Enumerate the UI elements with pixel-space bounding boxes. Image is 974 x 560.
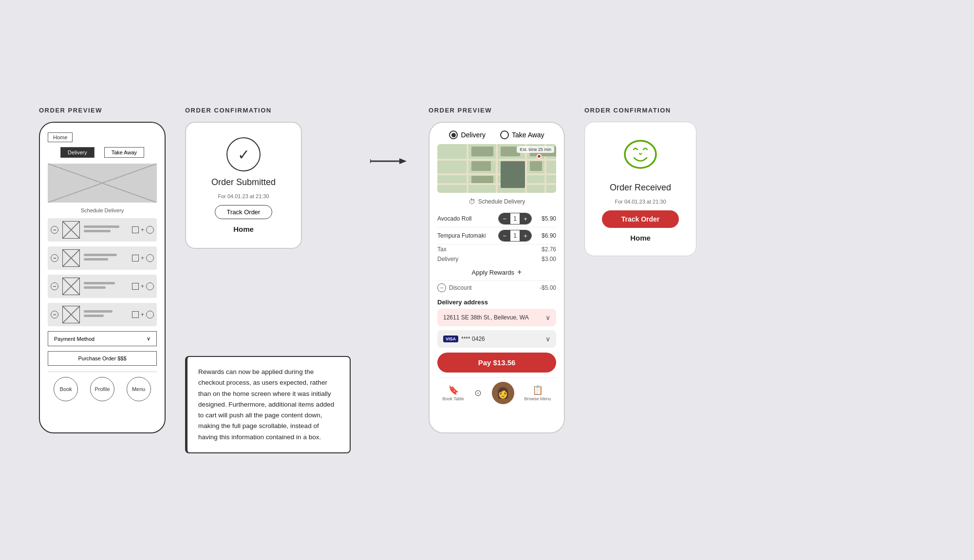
arrow-indicator	[370, 155, 409, 167]
avocado-price: $5.90	[537, 215, 556, 222]
delivery-label: Delivery	[461, 131, 486, 139]
svg-marker-2	[399, 158, 407, 164]
schedule-delivery-label: Schedule Delivery	[478, 198, 525, 205]
wire-circle-2	[146, 254, 154, 262]
right-order-preview-label: ORDER PREVIEW	[429, 107, 565, 114]
pay-button[interactable]: Pay $13.56	[437, 353, 556, 373]
wire-minus-3[interactable]: −	[51, 282, 58, 290]
avocado-qty-control[interactable]: − 1 +	[498, 213, 532, 224]
avocado-qty-num: 1	[510, 215, 520, 222]
delivery-fee-row: Delivery $3.00	[437, 254, 556, 264]
map-est-time: Est. time 25 min	[517, 146, 554, 153]
delivery-address-label: Delivery address	[437, 299, 556, 306]
tax-row: Tax $2.76	[437, 244, 556, 254]
avatar-person-icon: 👩	[496, 387, 509, 399]
wire-qty-box-1	[132, 226, 139, 233]
avocado-minus-btn[interactable]: −	[499, 213, 510, 224]
wire-nav-book[interactable]: Book	[54, 377, 78, 401]
wire-minus-2[interactable]: −	[51, 254, 58, 262]
rewards-row[interactable]: Apply Rewards +	[437, 264, 556, 281]
nav-book-table[interactable]: 🔖 Book Table	[442, 385, 464, 401]
wire-payment-label: Payment Method	[54, 336, 94, 342]
wire-item-3: − +	[48, 275, 157, 298]
tempura-qty-control[interactable]: − 1 +	[498, 230, 532, 242]
real-conf-subtitle: For 04.01.23 at 21:30	[615, 199, 666, 205]
right-phone-real: Delivery Take Away	[429, 122, 565, 433]
wire-minus-4[interactable]: −	[51, 311, 58, 318]
card-number: **** 0426	[461, 336, 485, 342]
nav-browse-label: Browse Menu	[524, 396, 551, 401]
delivery-radio-option[interactable]: Delivery	[449, 131, 486, 139]
wire-item-img-1	[62, 221, 80, 239]
wire-nav-profile[interactable]: Profile	[90, 377, 114, 401]
takeaway-radio-dot	[500, 131, 509, 139]
nav-avatar[interactable]: 👩	[492, 382, 514, 404]
wire-item-4: − +	[48, 303, 157, 326]
delivery-fee-price: $3.00	[542, 256, 556, 262]
tempura-name: Tempura Futomaki	[437, 232, 493, 239]
tempura-price: $6.90	[537, 232, 556, 239]
payment-chevron-icon: ∨	[545, 335, 550, 343]
discount-label: Discount	[449, 284, 472, 291]
wire-payment-dropdown[interactable]: Payment Method ∨	[48, 331, 157, 346]
tempura-qty-num: 1	[510, 232, 520, 239]
wire-item-2: − +	[48, 246, 157, 270]
delivery-fee-label: Delivery	[437, 256, 458, 262]
conf-date-subtitle: For 04.01.23 at 21:30	[218, 193, 269, 199]
wire-takeaway-tab[interactable]: Take Away	[104, 147, 144, 158]
wire-qty-box-2	[132, 255, 139, 261]
wire-image-placeholder	[48, 164, 157, 203]
left-conf-label: ORDER CONFIRMATION	[185, 107, 351, 114]
order-item-tempura: Tempura Futomaki − 1 + $6.90	[437, 227, 556, 244]
wire-purchase-button[interactable]: Purchase Order $$$	[48, 351, 157, 366]
nav-browse-menu[interactable]: 📋 Browse Menu	[524, 385, 551, 401]
wire-plus-3[interactable]: +	[141, 283, 144, 290]
wire-schedule-label: Schedule Delivery	[48, 207, 157, 213]
right-confirmation-card: Order Received For 04.01.23 at 21:30 Tra…	[584, 122, 696, 256]
wire-delivery-tab[interactable]: Delivery	[60, 147, 94, 158]
bookmark-icon: 🔖	[448, 385, 459, 395]
order-items-section: Avocado Roll − 1 + $5.90 Tempura Futomak…	[437, 210, 556, 264]
real-conf-home-link[interactable]: Home	[630, 234, 651, 242]
wire-plus-1[interactable]: +	[141, 226, 144, 233]
address-dropdown[interactable]: 12611 SE 38th St., Bellevue, WA ∨	[437, 309, 556, 326]
conf-track-button[interactable]: Track Order	[215, 205, 273, 219]
wire-item-img-3	[62, 278, 80, 295]
visa-badge: VISA	[443, 336, 458, 342]
rewards-label: Apply Rewards	[472, 269, 514, 276]
wire-qty-box-4	[132, 311, 139, 318]
address-text: 12611 SE 38th St., Bellevue, WA	[443, 314, 529, 321]
map-pin	[537, 154, 542, 159]
wire-circle-1	[146, 226, 154, 234]
wire-circle-3	[146, 282, 154, 290]
wire-home-button[interactable]: Home	[48, 132, 73, 142]
checkmark-icon: ✓	[238, 146, 250, 163]
left-confirmation-card: ✓ Order Submitted For 04.01.23 at 21:30 …	[185, 122, 302, 249]
wire-plus-4[interactable]: +	[141, 311, 144, 318]
tempura-plus-btn[interactable]: +	[520, 230, 531, 241]
rewards-plus-icon[interactable]: +	[517, 268, 522, 277]
info-box: Rewards can now be applied during the ch…	[185, 356, 351, 453]
real-track-button[interactable]: Track Order	[602, 210, 679, 228]
conf-home-link[interactable]: Home	[233, 225, 254, 233]
left-order-preview-label: ORDER PREVIEW	[39, 107, 166, 114]
menu-icon: 📋	[532, 385, 543, 395]
discount-minus-icon: −	[437, 283, 446, 292]
wire-nav-menu[interactable]: Menu	[127, 377, 151, 401]
wire-circle-4	[146, 311, 154, 318]
left-phone-wireframe: Home Delivery Take Away Schedule Deliver…	[39, 122, 166, 433]
payment-card-dropdown[interactable]: VISA **** 0426 ∨	[437, 330, 556, 348]
tempura-minus-btn[interactable]: −	[499, 230, 510, 241]
discount-value: -$5.00	[540, 284, 556, 291]
wire-qty-box-3	[132, 283, 139, 290]
wire-plus-2[interactable]: +	[141, 255, 144, 261]
avocado-plus-btn[interactable]: +	[520, 213, 531, 224]
takeaway-radio-option[interactable]: Take Away	[500, 131, 544, 139]
wire-item-img-2	[62, 249, 80, 267]
bottom-nav: 🔖 Book Table ⊙ 👩 📋 Browse Menu	[437, 377, 556, 404]
wire-minus-1[interactable]: −	[51, 226, 58, 234]
nav-home[interactable]: ⊙	[474, 388, 482, 398]
wire-item-1: − +	[48, 218, 157, 242]
check-circle: ✓	[226, 137, 261, 171]
delivery-radio-dot	[449, 131, 458, 139]
